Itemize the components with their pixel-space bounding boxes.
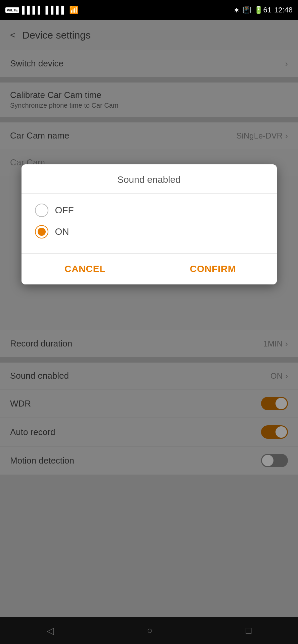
dialog-overlay: Sound enabled OFF ON CANCEL CONFIRM — [0, 20, 298, 644]
status-bar: VoLTE ▌▌▌▌ ▌▌▌▌ 📶 ∗ 📳 🔋61 12:48 — [0, 0, 298, 20]
vibrate-icon: 📳 — [242, 6, 251, 14]
clock: 12:48 — [274, 6, 293, 14]
status-bar-left: VoLTE ▌▌▌▌ ▌▌▌▌ 📶 — [5, 6, 78, 14]
battery-icon: 🔋61 — [254, 6, 271, 14]
radio-label-off: OFF — [55, 205, 74, 216]
volte-badge: VoLTE — [5, 7, 19, 13]
confirm-button[interactable]: CONFIRM — [149, 254, 277, 284]
bg-page: < Device settings Switch device › Calibr… — [0, 20, 298, 644]
radio-circle-off[interactable] — [35, 204, 48, 217]
radio-option-off[interactable]: OFF — [35, 204, 263, 217]
dialog-buttons: CANCEL CONFIRM — [22, 254, 277, 284]
dialog-title: Sound enabled — [22, 164, 277, 194]
signal-icon-2: ▌▌▌▌ — [46, 6, 67, 14]
dialog: Sound enabled OFF ON CANCEL CONFIRM — [22, 164, 277, 284]
signal-icon-1: ▌▌▌▌ — [22, 6, 43, 14]
radio-circle-on[interactable] — [35, 225, 48, 238]
cancel-button[interactable]: CANCEL — [22, 254, 150, 284]
wifi-icon: 📶 — [69, 6, 78, 14]
radio-option-on[interactable]: ON — [35, 225, 263, 238]
status-bar-right: ∗ 📳 🔋61 12:48 — [233, 6, 293, 14]
bluetooth-icon: ∗ — [233, 6, 240, 14]
radio-label-on: ON — [55, 226, 69, 237]
dialog-body: OFF ON — [22, 194, 277, 254]
